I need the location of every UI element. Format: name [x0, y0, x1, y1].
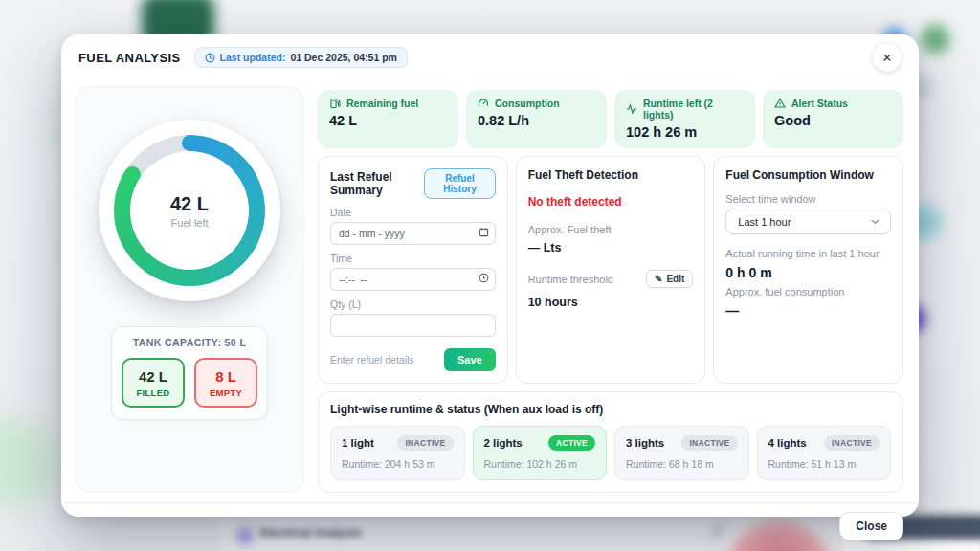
qty-label: Qty (L) — [330, 298, 496, 310]
fuel-pump-icon — [329, 98, 341, 109]
close-button[interactable]: Close — [839, 512, 903, 540]
light-runtime: Runtime: 51 h 13 m — [768, 458, 880, 470]
page-title: FUEL ANALYSIS — [78, 51, 181, 65]
stat-remaining-fuel: Remaining fuel 42 L — [318, 90, 458, 148]
tank-capacity-title: TANK CAPACITY: 50 L — [122, 337, 257, 348]
status-badge: INACTIVE — [681, 435, 737, 451]
time-window-selected: Last 1 hour — [738, 216, 791, 228]
light-name: 2 lights — [484, 437, 523, 449]
select-time-window-label: Select time window — [725, 193, 891, 205]
light-card-3: 3 lights INACTIVE Runtime: 68 h 18 m — [614, 426, 749, 480]
background-avatar-green — [917, 21, 953, 57]
approx-theft-value: — Lts — [528, 241, 694, 254]
tank-filled-value: 42 L — [127, 368, 179, 385]
tank-filled-badge: 42 L FILLED — [122, 358, 185, 408]
running-time-value: 0 h 0 m — [725, 265, 891, 280]
donut-cap-blue — [182, 135, 198, 151]
background-green-glow — [0, 417, 59, 509]
tank-capacity-card: TANK CAPACITY: 50 L 42 L FILLED 8 L EMPT… — [111, 326, 268, 420]
fuel-consumption-window-panel: Fuel Consumption Window Select time wind… — [713, 156, 903, 384]
modal-footer: Close — [61, 502, 919, 549]
theft-status: No theft detected — [528, 195, 694, 209]
lights-section-title: Light-wise runtime & status (When aux lo… — [330, 403, 891, 416]
last-updated-label: Last updated: — [220, 52, 286, 63]
last-updated-badge: Last updated: 01 Dec 2025, 04:51 pm — [194, 47, 408, 68]
panel-title: Fuel Consumption Window — [725, 168, 891, 182]
time-input[interactable] — [330, 268, 496, 291]
date-input[interactable] — [330, 222, 496, 245]
stat-alert-status: Alert Status Good — [763, 90, 903, 148]
light-card-4: 4 lights INACTIVE Runtime: 51 h 13 m — [757, 426, 892, 480]
clock-icon — [205, 53, 215, 63]
status-badge: INACTIVE — [397, 435, 453, 451]
approx-consumption-value: — — [725, 303, 891, 319]
stat-label: Runtime left (2 lights) — [643, 98, 744, 121]
light-runtime: Runtime: 204 h 53 m — [342, 458, 454, 470]
fuel-left-caption: Fuel left — [170, 217, 208, 229]
save-button[interactable]: Save — [444, 348, 496, 371]
time-window-select[interactable]: Last 1 hour — [725, 209, 891, 234]
gauge-icon — [478, 98, 489, 109]
stat-value: 0.82 L/h — [478, 113, 595, 128]
qty-input[interactable] — [330, 314, 496, 337]
lights-runtime-section: Light-wise runtime & status (When aux lo… — [318, 391, 903, 493]
threshold-label: Runtime threshold — [528, 274, 613, 285]
light-runtime: Runtime: 102 h 26 m — [484, 458, 596, 470]
details-column: Remaining fuel 42 L Consumption 0.82 L/h — [318, 86, 903, 493]
refuel-note: Enter refuel details — [330, 354, 414, 365]
approx-theft-label: Approx. Fuel theft — [528, 224, 694, 235]
pencil-icon: ✎ — [655, 274, 662, 284]
modal-header: FUEL ANALYSIS Last updated: 01 Dec 2025,… — [61, 34, 919, 80]
stat-runtime-left: Runtime left (2 lights) 102 h 26 m — [614, 90, 755, 148]
fuel-analysis-modal: FUEL ANALYSIS Last updated: 01 Dec 2025,… — [61, 34, 919, 517]
light-name: 4 lights — [768, 437, 807, 449]
stat-label: Remaining fuel — [346, 98, 418, 109]
stat-label: Consumption — [495, 98, 560, 109]
approx-consumption-label: Approx. fuel consumption — [725, 286, 891, 298]
tank-empty-value: 8 L — [200, 368, 252, 385]
chevron-down-icon — [870, 216, 880, 227]
running-time-label: Actual running time in last 1 hour — [725, 248, 891, 259]
fuel-theft-panel: Fuel Theft Detection No theft detected A… — [516, 156, 706, 384]
tank-empty-badge: 8 L EMPTY — [194, 358, 257, 408]
clock-icon — [479, 273, 489, 283]
fuel-donut-chart: 42 L Fuel left — [99, 120, 280, 301]
stat-value: 42 L — [329, 113, 447, 128]
threshold-value: 10 hours — [528, 296, 694, 309]
stat-value: 102 h 26 m — [626, 124, 744, 140]
stat-value: Good — [774, 113, 892, 128]
date-label: Date — [330, 207, 496, 218]
edit-button[interactable]: ✎ Edit — [646, 270, 693, 288]
stat-label: Alert Status — [791, 98, 848, 109]
close-icon[interactable]: ✕ — [873, 43, 902, 72]
status-badge: ACTIVE — [548, 435, 595, 451]
fuel-gauge-panel: 42 L Fuel left TANK CAPACITY: 50 L 42 L … — [75, 86, 304, 493]
calendar-icon — [479, 227, 489, 237]
status-badge: INACTIVE — [824, 435, 880, 451]
light-name: 3 lights — [626, 437, 664, 449]
panel-title: Fuel Theft Detection — [528, 168, 694, 182]
warning-icon — [774, 98, 786, 109]
edit-label: Edit — [666, 274, 684, 284]
tank-filled-label: FILLED — [127, 387, 179, 398]
refuel-history-button[interactable]: Refuel History — [424, 168, 495, 199]
light-runtime: Runtime: 68 h 18 m — [626, 458, 738, 470]
tank-empty-label: EMPTY — [200, 387, 252, 398]
light-card-2: 2 lights ACTIVE Runtime: 102 h 26 m — [473, 426, 608, 480]
light-card-1: 1 light INACTIVE Runtime: 204 h 53 m — [330, 426, 465, 480]
modal-body: 42 L Fuel left TANK CAPACITY: 50 L 42 L … — [61, 80, 919, 502]
fuel-left-value: 42 L — [170, 193, 209, 215]
panel-title: Last Refuel Summary — [330, 170, 424, 197]
stat-consumption: Consumption 0.82 L/h — [466, 90, 607, 148]
last-refuel-summary-panel: Last Refuel Summary Refuel History Date … — [318, 156, 508, 384]
time-label: Time — [330, 253, 496, 264]
light-name: 1 light — [342, 437, 374, 449]
last-updated-value: 01 Dec 2025, 04:51 pm — [290, 52, 397, 63]
stats-row: Remaining fuel 42 L Consumption 0.82 L/h — [318, 90, 903, 148]
activity-icon — [626, 103, 637, 115]
mid-row: Last Refuel Summary Refuel History Date … — [318, 156, 903, 384]
